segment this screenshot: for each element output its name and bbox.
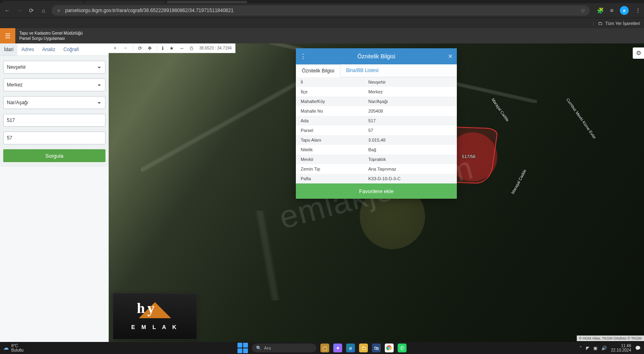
clock[interactable]: 11:46 22.10.2024 <box>611 344 631 352</box>
separator <box>157 45 157 51</box>
task-icon-copilot[interactable]: ✦ <box>333 344 342 352</box>
left-panel: İdari Adres Analiz Coğrafi Nevşehir Merk… <box>0 43 109 342</box>
attr-row: Parsel57 <box>296 126 457 135</box>
browser-tab-strip <box>0 0 644 3</box>
popup-tab-attr[interactable]: Öznitelik Bilgisi <box>296 64 341 77</box>
task-icon-edge[interactable]: e <box>346 344 355 352</box>
attr-value: Topraklık <box>363 154 457 164</box>
attr-key: Nitelik <box>296 145 363 154</box>
map-settings-icon[interactable]: ⚙ <box>633 47 644 59</box>
tab-cografi[interactable]: Coğrafi <box>59 43 83 56</box>
browser-tab-active[interactable] <box>167 1 247 3</box>
all-bookmarks-link[interactable]: Tüm Yer İşaretleri <box>605 21 640 26</box>
tab-analiz[interactable]: Analiz <box>38 43 60 56</box>
ruler-icon[interactable]: ↔ <box>179 45 185 51</box>
info-icon[interactable]: ℹ <box>161 45 165 51</box>
home-icon[interactable]: ⌂ <box>39 6 47 14</box>
tray-notifications-icon[interactable]: 💬 <box>635 346 641 351</box>
popup-tab-bina[interactable]: Bina/BB Listesi <box>341 64 384 77</box>
attr-row: NitelikBağ <box>296 145 457 154</box>
zoom-out-icon[interactable]: － <box>122 45 129 51</box>
ada-input[interactable] <box>3 114 105 127</box>
site-info-icon[interactable]: ≡ <box>56 7 62 14</box>
app-menu-button[interactable]: ☰ <box>0 28 15 43</box>
app-body: İdari Adres Analiz Coğrafi Nevşehir Merk… <box>0 43 644 342</box>
app-org: Tapu ve Kadastro Genel Müdürlüğü <box>19 31 83 36</box>
weather-desc: Bulutlu <box>11 348 24 352</box>
url-box[interactable]: ≡ parselsorgu.tkgm.gov.tr/#ara/cografi/3… <box>52 5 590 16</box>
back-icon[interactable]: ← <box>3 6 11 14</box>
search-placeholder: Ara <box>264 346 271 350</box>
task-icon-taskview[interactable]: ▢ <box>320 344 329 352</box>
browser-tab[interactable] <box>2 1 83 3</box>
tray-location-icon[interactable]: ◤ <box>586 346 589 351</box>
print-icon[interactable]: ⎙ <box>189 45 194 51</box>
tab-idari[interactable]: İdari <box>0 43 17 56</box>
task-icon-store[interactable]: 🛍 <box>372 344 381 352</box>
task-icon-chrome[interactable] <box>385 344 394 352</box>
attr-row: Mahalle/KöyNar/Aşağı <box>296 97 457 106</box>
attr-value: Nar/Aşağı <box>363 97 457 106</box>
task-icon-explorer[interactable]: 🗀 <box>359 344 368 352</box>
popup-menu-icon[interactable]: ⋮ <box>300 53 306 60</box>
watermark-logo-box: E M L A K <box>113 293 197 340</box>
il-select[interactable]: Nevşehir <box>3 61 105 74</box>
tray-volume-icon[interactable]: 🔊 <box>601 346 607 351</box>
url-text: parselsorgu.tkgm.gov.tr/#ara/cografi/38.… <box>65 8 233 13</box>
taskbar-center: 🔍 Ara ▢ ✦ e 🗀 🛍 ✆ <box>237 343 407 353</box>
refresh-icon[interactable]: ⟳ <box>137 45 143 51</box>
weather-widget[interactable]: ☁ 8°C Bulutlu <box>3 344 24 352</box>
tray-cast-icon[interactable]: ▣ <box>593 346 597 351</box>
popup-close-icon[interactable]: ✕ <box>448 53 453 60</box>
reload-icon[interactable]: ⟳ <box>27 6 35 14</box>
avatar-initial: e <box>623 8 625 13</box>
map-attribution: © HGM Atlas, TKGM Ortofoto © TKGM <box>577 335 644 341</box>
tray-chevron-icon[interactable]: ˄ <box>580 346 582 351</box>
popup-tabs: Öznitelik Bilgisi Bina/BB Listesi <box>296 64 457 77</box>
attr-value: 57 <box>363 126 457 135</box>
map-canvas[interactable]: ＋ － ⟳ ✥ ℹ ★ ↔ ⎙ 38.6523 : 34.7194 517/56… <box>109 43 644 342</box>
media-controls-icon[interactable]: ≡ <box>610 7 613 14</box>
attr-value: 517 <box>363 116 457 126</box>
tab-adres[interactable]: Adres <box>17 43 38 56</box>
mahalle-select[interactable]: Nar/Aşağı <box>3 96 105 109</box>
task-icon-whatsapp[interactable]: ✆ <box>398 344 407 352</box>
taskbar-search[interactable]: 🔍 Ara <box>252 344 316 352</box>
browser-menu-icon[interactable]: ⋮ <box>635 7 641 14</box>
zoom-in-icon[interactable]: ＋ <box>112 45 118 51</box>
attr-row: Mahalle No205408 <box>296 106 457 116</box>
attribute-popup: ⋮ Öznitelik Bilgisi ✕ Öznitelik Bilgisi … <box>296 48 457 199</box>
bookmarks-bar: | 🗀 Tüm Yer İşaretleri <box>0 18 644 28</box>
attr-row: Ada517 <box>296 116 457 126</box>
forward-icon[interactable]: → <box>15 6 23 14</box>
extensions-icon[interactable]: 🧩 <box>597 7 604 14</box>
parsel-input[interactable] <box>3 132 105 144</box>
query-form: Nevşehir Merkez Nar/Aşağı Sorgula <box>0 56 109 167</box>
clock-time: 11:46 <box>611 344 631 348</box>
add-favorite-button[interactable]: Favorilere ekle <box>296 183 457 199</box>
app-title: Parsel Sorgu Uygulaması <box>19 36 83 41</box>
attr-row: PaftaK33-D-10-D-3-C <box>296 174 457 183</box>
divider: | <box>593 21 594 26</box>
query-button[interactable]: Sorgula <box>3 149 105 162</box>
ilce-select[interactable]: Merkez <box>3 78 105 91</box>
start-button[interactable] <box>237 343 248 353</box>
parcel-label: 517/56 <box>462 154 476 159</box>
browser-tab[interactable] <box>85 1 165 3</box>
weather-icon: ☁ <box>3 345 9 351</box>
attr-key: Parsel <box>296 126 363 135</box>
bookmark-star-icon[interactable]: ☆ <box>580 7 586 14</box>
star-icon[interactable]: ★ <box>169 45 175 51</box>
road-label: Cumbuz Mevki Küme Evler <box>566 97 597 140</box>
attribute-table: İlNevşehirİlçeMerkezMahalle/KöyNar/Aşağı… <box>296 77 457 183</box>
weather-temp: 8°C <box>11 344 24 348</box>
road-label: Maraşal Cadde <box>491 97 510 122</box>
attr-key: Pafta <box>296 174 363 183</box>
attr-key: İlçe <box>296 87 363 97</box>
popup-header: ⋮ Öznitelik Bilgisi ✕ <box>296 48 457 64</box>
fullextent-icon[interactable]: ✥ <box>147 45 153 51</box>
attr-row: MevkiiTopraklık <box>296 154 457 164</box>
attr-key: Zemin Tip <box>296 164 363 174</box>
profile-avatar[interactable]: e <box>620 6 629 15</box>
attr-row: İlNevşehir <box>296 77 457 87</box>
